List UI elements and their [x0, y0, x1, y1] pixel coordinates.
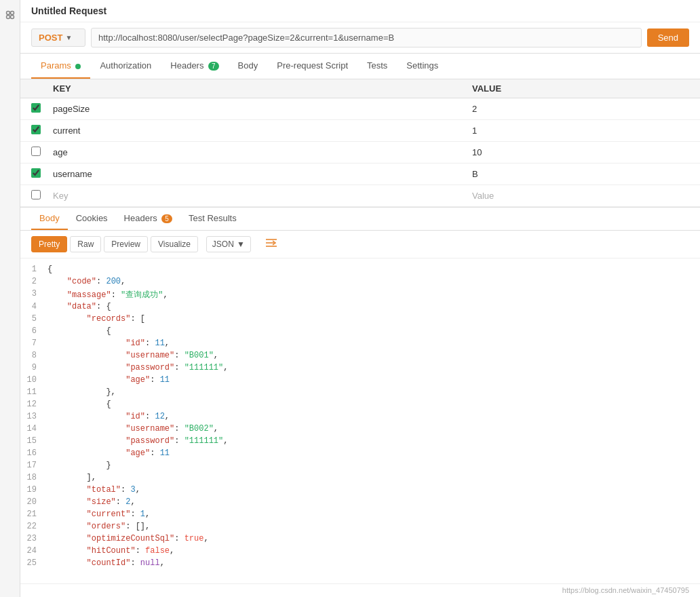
response-tabs: Body Cookies Headers 5 Test Results [20, 208, 700, 231]
code-line-1: 1 { [20, 264, 700, 276]
response-tab-body[interactable]: Body [31, 208, 68, 230]
response-tab-cookies[interactable]: Cookies [68, 208, 116, 230]
tab-params[interactable]: Params [31, 54, 90, 79]
code-line-6: 6 { [20, 326, 700, 338]
svg-point-2 [6, 16, 9, 19]
tab-pre-request[interactable]: Pre-request Script [267, 54, 357, 79]
code-line-23: 23 "optimizeCountSql": true, [20, 533, 700, 545]
format-selector[interactable]: JSON ▼ [206, 236, 251, 252]
wrap-button[interactable] [259, 235, 284, 254]
line-content-8: "username": "B001", [47, 351, 700, 362]
code-line-4: 4 "data": { [20, 301, 700, 313]
url-input[interactable] [91, 28, 642, 47]
line-num-9: 9 [20, 363, 47, 374]
line-num-11: 11 [20, 387, 47, 398]
line-num-5: 5 [20, 314, 47, 325]
line-content-21: "current": 1, [47, 509, 700, 520]
svg-point-0 [6, 12, 9, 15]
request-tabs: Params Authorization Headers 7 Body Pre-… [20, 54, 700, 79]
response-content: 1 { 2 "code": 200, 3 "massage": "查询成功", … [20, 258, 700, 597]
row-2-key: current [53, 126, 472, 136]
code-line-15: 15 "password": "111111", [20, 436, 700, 448]
row-2-checkbox[interactable] [31, 125, 41, 134]
svg-point-3 [10, 16, 14, 19]
code-line-8: 8 "username": "B001", [20, 350, 700, 362]
sidebar-icon-1[interactable] [2, 7, 18, 23]
line-content-22: "orders": [], [47, 522, 700, 533]
preview-button[interactable]: Preview [104, 236, 148, 252]
line-content-6: { [47, 326, 700, 337]
response-tab-headers[interactable]: Headers 5 [116, 208, 180, 230]
table-row: username B [20, 163, 700, 185]
table-row: pageSize 2 [20, 98, 700, 120]
line-num-25: 25 [20, 558, 47, 569]
line-content-4: "data": { [47, 302, 700, 313]
code-line-2: 2 "code": 200, [20, 276, 700, 288]
response-headers-badge: 5 [161, 214, 172, 223]
line-num-17: 17 [20, 461, 47, 471]
row-3-key: age [53, 147, 472, 157]
key-placeholder: Key [53, 191, 68, 201]
code-line-24: 24 "hitCount": false, [20, 545, 700, 558]
line-content-9: "password": "111111", [47, 363, 700, 374]
method-selector[interactable]: POST ▼ [31, 28, 85, 47]
row-4-checkbox[interactable] [31, 168, 41, 178]
tab-tests[interactable]: Tests [357, 54, 397, 79]
key-column-header: KEY [53, 83, 472, 94]
method-label: POST [39, 33, 62, 43]
row-5-key[interactable]: Key [53, 191, 472, 201]
visualize-button[interactable]: Visualize [151, 236, 198, 252]
line-num-3: 3 [20, 289, 47, 301]
code-line-12: 12 { [20, 399, 700, 411]
line-num-6: 6 [20, 326, 47, 337]
code-line-20: 20 "size": 2, [20, 497, 700, 509]
line-num-13: 13 [20, 412, 47, 423]
tab-headers[interactable]: Headers 7 [161, 54, 228, 79]
line-num-21: 21 [20, 509, 47, 520]
code-line-13: 13 "id": 12, [20, 411, 700, 423]
row-1-checkbox[interactable] [31, 103, 41, 113]
row-2-value: 1 [472, 126, 689, 136]
row-5-checkbox[interactable] [31, 190, 41, 199]
row-3-checkbox[interactable] [31, 147, 41, 156]
row-5-value[interactable]: Value [472, 191, 689, 201]
code-line-7: 7 "id": 11, [20, 338, 700, 350]
params-rows: pageSize 2 current 1 age 10 [20, 98, 700, 207]
line-num-7: 7 [20, 339, 47, 349]
line-num-15: 15 [20, 436, 47, 447]
value-column-header: VALUE [472, 83, 689, 94]
row-3-value: 10 [472, 147, 689, 157]
tab-authorization[interactable]: Authorization [90, 54, 161, 79]
pretty-button[interactable]: Pretty [31, 236, 67, 252]
line-content-11: }, [47, 387, 700, 398]
code-line-11: 11 }, [20, 387, 700, 399]
line-content-7: "id": 11, [47, 339, 700, 349]
table-row: current 1 [20, 120, 700, 142]
code-line-3: 3 "massage": "查询成功", [20, 288, 700, 301]
tab-settings[interactable]: Settings [397, 54, 448, 79]
sidebar [0, 0, 20, 597]
code-line-9: 9 "password": "111111", [20, 362, 700, 374]
send-button[interactable]: Send [647, 28, 689, 47]
row-4-key: username [53, 169, 472, 179]
line-num-19: 19 [20, 485, 47, 496]
code-line-17: 17 } [20, 460, 700, 472]
response-tab-test-results[interactable]: Test Results [180, 208, 245, 230]
line-num-22: 22 [20, 522, 47, 533]
line-content-18: ], [47, 473, 700, 484]
line-num-2: 2 [20, 277, 47, 288]
format-arrow: ▼ [237, 239, 245, 249]
raw-button[interactable]: Raw [70, 236, 101, 252]
line-num-12: 12 [20, 400, 47, 410]
code-line-22: 22 "orders": [], [20, 521, 700, 533]
code-line-16: 16 "age": 11 [20, 448, 700, 460]
tab-body[interactable]: Body [229, 54, 268, 79]
table-row: age 10 [20, 142, 700, 163]
code-area[interactable]: 1 { 2 "code": 200, 3 "massage": "查询成功", … [20, 258, 700, 583]
main-content: Untitled Request POST ▼ Send Params Auth… [20, 0, 700, 597]
format-label: JSON [212, 239, 234, 249]
url-bar: POST ▼ Send [20, 22, 700, 54]
code-line-21: 21 "current": 1, [20, 509, 700, 521]
line-num-18: 18 [20, 473, 47, 484]
line-num-24: 24 [20, 546, 47, 557]
